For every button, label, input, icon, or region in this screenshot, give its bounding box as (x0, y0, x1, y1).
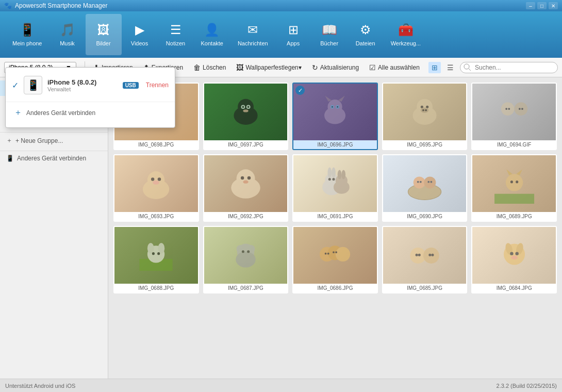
photo-thumbnail: ✓ (293, 84, 377, 140)
aktualisierung-label: Aktualisierung (320, 64, 359, 71)
svg-point-63 (506, 174, 523, 191)
svg-point-53 (338, 170, 342, 179)
restore-button[interactable]: □ (537, 2, 547, 9)
svg-point-58 (417, 181, 419, 183)
photo-item[interactable]: IMG_0695.JPG (382, 83, 468, 150)
svg-point-20 (332, 106, 334, 107)
svg-point-83 (325, 252, 327, 254)
photo-item[interactable]: IMG_0688.JPG (113, 226, 199, 293)
device-sub: Verwaltet (47, 86, 118, 92)
photo-item[interactable]: IMG_0684.JPG (471, 226, 557, 293)
trennen-button[interactable]: Trennen (146, 81, 169, 89)
photo-filename: IMG_0697.JPG (204, 140, 288, 149)
svg-point-27 (422, 109, 424, 111)
svg-marker-16 (325, 95, 332, 102)
svg-point-79 (247, 250, 250, 253)
photo-thumbnail (114, 227, 198, 284)
delete-icon: 🗑 (193, 63, 201, 72)
svg-point-90 (418, 253, 421, 256)
bilder-icon: 🖼 (97, 23, 110, 37)
nav-item-videos[interactable]: ▶ Videos (122, 14, 158, 55)
svg-point-82 (336, 247, 350, 261)
photo-thumbnail (383, 84, 467, 140)
photo-filename: IMG_0687.JPG (204, 284, 288, 292)
photo-thumbnail (204, 84, 288, 140)
photo-item[interactable]: IMG_0693.JPG (113, 154, 199, 222)
svg-point-48 (332, 167, 336, 178)
plus-icon: ＋ (6, 136, 12, 145)
nav-label-videos: Videos (131, 40, 148, 46)
sidebar-anderes-geraet-button[interactable]: 📱 Anderes Gerät verbinden (0, 151, 108, 166)
dropdown-add-device-button[interactable]: ＋ Anderes Gerät verbinden (6, 102, 175, 123)
nav-label-bilder: Bilder (96, 40, 110, 46)
refresh-icon: ↻ (312, 63, 318, 72)
statusbar-left: Unterstützt Android und iOS (5, 383, 75, 389)
photo-item[interactable]: IMG_0687.JPG (203, 226, 289, 293)
photo-grid: IMG_0698.JPGIMG_0697.JPG✓IMG_0696.JPGIMG… (113, 83, 557, 293)
photo-item[interactable]: IMG_0690.JPG (382, 154, 468, 222)
svg-point-57 (424, 176, 436, 188)
svg-point-85 (333, 251, 335, 253)
nav-item-nachrichten[interactable]: ✉ Nachrichten (230, 14, 275, 55)
photo-item[interactable]: IMG_0691.JPG (292, 154, 378, 222)
titlebar-controls: – □ ✕ (526, 2, 558, 9)
grid-view-button[interactable]: ⊞ (428, 62, 441, 73)
svg-point-71 (158, 243, 165, 254)
svg-marker-17 (338, 95, 345, 102)
musik-icon: 🎵 (60, 23, 75, 37)
loeschen-button[interactable]: 🗑 Löschen (189, 61, 230, 74)
alle-auswaehlen-button[interactable]: ☑ Alle auswählen (365, 61, 424, 74)
nav-item-notizen[interactable]: ☰ Notizen (158, 14, 194, 55)
photo-content: IMG_0698.JPGIMG_0697.JPG✓IMG_0696.JPGIMG… (108, 77, 562, 379)
nav-item-mein-phone[interactable]: 📱 Mein phone (5, 14, 49, 55)
check-icon: ✓ (12, 80, 19, 90)
photo-filename: IMG_0684.JPG (472, 284, 556, 292)
photo-item[interactable]: IMG_0689.JPG (471, 154, 557, 222)
svg-point-49 (328, 177, 331, 180)
add-device-plus-icon: ＋ (14, 107, 22, 118)
photo-item[interactable]: IMG_0686.JPG (292, 226, 378, 293)
nav-item-apps[interactable]: ⊞ Apps (275, 14, 311, 55)
device-name: iPhone 5 (8.0.2) (47, 78, 118, 86)
nav-item-kontakte[interactable]: 👤 Kontakte (194, 14, 230, 55)
search-input[interactable] (460, 62, 558, 73)
svg-point-56 (414, 176, 425, 188)
photo-item[interactable]: ✓IMG_0696.JPG (292, 83, 378, 150)
loeschen-label: Löschen (203, 64, 226, 71)
svg-point-98 (511, 255, 518, 259)
svg-point-41 (236, 169, 255, 188)
videos-icon: ▶ (135, 23, 144, 37)
alle-auswaehlen-label: Alle auswählen (378, 64, 420, 71)
svg-point-31 (505, 108, 507, 110)
buecher-icon: 📖 (322, 23, 337, 37)
phone-add-icon: 📱 (6, 155, 14, 162)
nav-item-dateien[interactable]: ⚙ Dateien (348, 14, 384, 55)
svg-point-38 (158, 177, 161, 181)
photo-item[interactable]: IMG_0697.JPG (203, 83, 289, 150)
nav-item-musik[interactable]: 🎵 Musik (49, 14, 86, 55)
nav-item-bilder[interactable]: 🖼 Bilder (86, 14, 122, 55)
photo-item[interactable]: IMG_0692.JPG (203, 154, 289, 222)
nav-item-buecher[interactable]: 📖 Bücher (311, 14, 348, 55)
nav-label-notizen: Notizen (166, 40, 185, 46)
app-logo: 🐾 (4, 2, 12, 9)
neue-gruppe-button[interactable]: ＋ + Neue Gruppe... (0, 132, 108, 149)
svg-point-89 (416, 253, 418, 256)
photo-item[interactable]: IMG_0685.JPG (382, 226, 468, 293)
photo-item[interactable]: IMG_0694.GIF (471, 83, 557, 150)
photo-check-mark: ✓ (295, 86, 305, 95)
wallpaper-button[interactable]: 🖼 Wallpaperfestlegen▾ (232, 61, 305, 74)
svg-point-29 (501, 102, 515, 116)
dropdown-device-item[interactable]: ✓ 📱 iPhone 5 (8.0.2) Verwaltet USB Trenn… (6, 72, 175, 99)
aktualisierung-button[interactable]: ↻ Aktualisierung (308, 61, 363, 74)
svg-point-78 (242, 250, 244, 253)
svg-point-43 (247, 176, 251, 179)
nav-item-werkzeug[interactable]: 🧰 Werkzeug... (384, 14, 428, 55)
nav-label-nachrichten: Nachrichten (238, 40, 268, 46)
minimize-button[interactable]: – (526, 2, 535, 9)
close-button[interactable]: ✕ (549, 2, 558, 9)
photo-filename: IMG_0689.JPG (472, 212, 556, 221)
photo-filename: IMG_0696.JPG (293, 140, 377, 149)
wallpaper-icon: 🖼 (236, 63, 243, 72)
list-view-button[interactable]: ☰ (444, 62, 457, 73)
